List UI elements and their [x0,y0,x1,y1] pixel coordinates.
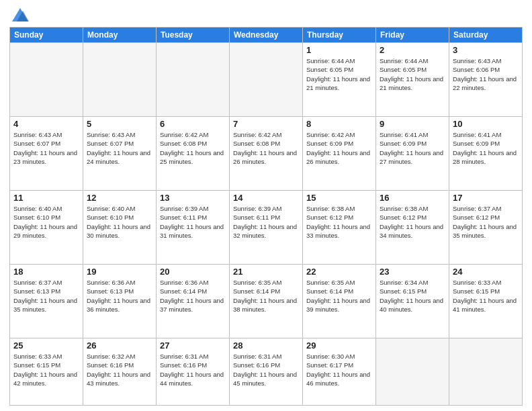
day-info: Sunrise: 6:39 AM Sunset: 6:11 PM Dayligh… [233,204,299,240]
day-number: 24 [453,267,519,277]
day-info: Sunrise: 6:31 AM Sunset: 6:16 PM Dayligh… [233,352,299,387]
day-number: 4 [13,119,79,129]
day-info: Sunrise: 6:32 AM Sunset: 6:16 PM Dayligh… [87,352,152,387]
table-row: 10Sunrise: 6:41 AM Sunset: 6:09 PM Dayli… [449,117,523,191]
table-row: 11Sunrise: 6:40 AM Sunset: 6:10 PM Dayli… [10,191,83,265]
day-info: Sunrise: 6:30 AM Sunset: 6:17 PM Dayligh… [306,352,372,387]
day-info: Sunrise: 6:43 AM Sunset: 6:07 PM Dayligh… [87,130,152,166]
table-row: 20Sunrise: 6:36 AM Sunset: 6:14 PM Dayli… [157,265,230,338]
table-row: 8Sunrise: 6:42 AM Sunset: 6:09 PM Daylig… [303,117,376,191]
day-info: Sunrise: 6:41 AM Sunset: 6:09 PM Dayligh… [453,130,519,166]
table-row: 26Sunrise: 6:32 AM Sunset: 6:16 PM Dayli… [83,338,157,406]
day-info: Sunrise: 6:36 AM Sunset: 6:13 PM Dayligh… [87,278,152,314]
day-info: Sunrise: 6:31 AM Sunset: 6:16 PM Dayligh… [160,352,226,387]
day-number: 7 [233,119,299,129]
col-tuesday: Tuesday [157,28,230,43]
day-number: 3 [453,45,519,55]
table-row: 19Sunrise: 6:36 AM Sunset: 6:13 PM Dayli… [83,265,157,338]
day-number: 28 [233,340,299,351]
table-row [230,43,303,117]
table-row: 2Sunrise: 6:44 AM Sunset: 6:05 PM Daylig… [376,43,449,117]
table-row: 6Sunrise: 6:42 AM Sunset: 6:08 PM Daylig… [157,117,230,191]
table-row: 4Sunrise: 6:43 AM Sunset: 6:07 PM Daylig… [10,117,83,191]
day-number: 27 [160,340,226,351]
day-number: 21 [233,267,299,277]
day-number: 18 [13,267,79,277]
day-number: 12 [87,193,152,203]
calendar-header-row: Sunday Monday Tuesday Wednesday Thursday… [10,28,523,43]
table-row: 27Sunrise: 6:31 AM Sunset: 6:16 PM Dayli… [157,338,230,406]
table-row: 15Sunrise: 6:38 AM Sunset: 6:12 PM Dayli… [303,191,376,265]
table-row: 7Sunrise: 6:42 AM Sunset: 6:08 PM Daylig… [230,117,303,191]
day-info: Sunrise: 6:44 AM Sunset: 6:05 PM Dayligh… [380,56,445,92]
day-info: Sunrise: 6:41 AM Sunset: 6:09 PM Dayligh… [380,130,445,166]
day-info: Sunrise: 6:33 AM Sunset: 6:15 PM Dayligh… [13,352,79,387]
day-number: 8 [306,119,372,129]
table-row: 28Sunrise: 6:31 AM Sunset: 6:16 PM Dayli… [230,338,303,406]
table-row [376,338,449,406]
day-info: Sunrise: 6:42 AM Sunset: 6:09 PM Dayligh… [306,130,372,166]
day-number: 9 [380,119,445,129]
day-info: Sunrise: 6:34 AM Sunset: 6:15 PM Dayligh… [380,278,445,314]
day-info: Sunrise: 6:43 AM Sunset: 6:06 PM Dayligh… [453,56,519,92]
day-number: 29 [306,340,372,351]
col-sunday: Sunday [10,28,83,43]
col-wednesday: Wednesday [230,28,303,43]
table-row: 18Sunrise: 6:37 AM Sunset: 6:13 PM Dayli… [10,265,83,338]
table-row: 24Sunrise: 6:33 AM Sunset: 6:15 PM Dayli… [449,265,523,338]
table-row: 21Sunrise: 6:35 AM Sunset: 6:14 PM Dayli… [230,265,303,338]
day-number: 6 [160,119,226,129]
col-friday: Friday [376,28,449,43]
calendar-table: Sunday Monday Tuesday Wednesday Thursday… [9,27,523,406]
day-info: Sunrise: 6:39 AM Sunset: 6:11 PM Dayligh… [160,204,226,240]
table-row: 25Sunrise: 6:33 AM Sunset: 6:15 PM Dayli… [10,338,83,406]
day-info: Sunrise: 6:35 AM Sunset: 6:14 PM Dayligh… [233,278,299,314]
table-row: 1Sunrise: 6:44 AM Sunset: 6:05 PM Daylig… [303,43,376,117]
day-info: Sunrise: 6:33 AM Sunset: 6:15 PM Dayligh… [453,278,519,314]
day-number: 16 [380,193,445,203]
day-number: 19 [87,267,152,277]
day-info: Sunrise: 6:43 AM Sunset: 6:07 PM Dayligh… [13,130,79,166]
table-row: 9Sunrise: 6:41 AM Sunset: 6:09 PM Daylig… [376,117,449,191]
table-row: 17Sunrise: 6:37 AM Sunset: 6:12 PM Dayli… [449,191,523,265]
day-number: 15 [306,193,372,203]
col-saturday: Saturday [449,28,523,43]
day-info: Sunrise: 6:40 AM Sunset: 6:10 PM Dayligh… [13,204,79,240]
day-info: Sunrise: 6:40 AM Sunset: 6:10 PM Dayligh… [87,204,152,240]
table-row: 13Sunrise: 6:39 AM Sunset: 6:11 PM Dayli… [157,191,230,265]
col-thursday: Thursday [303,28,376,43]
table-row [10,43,83,117]
table-row: 16Sunrise: 6:38 AM Sunset: 6:12 PM Dayli… [376,191,449,265]
day-number: 5 [87,119,152,129]
table-row [157,43,230,117]
day-number: 17 [453,193,519,203]
logo-icon [11,7,30,26]
table-row: 3Sunrise: 6:43 AM Sunset: 6:06 PM Daylig… [449,43,523,117]
day-number: 2 [380,45,445,55]
day-number: 14 [233,193,299,203]
table-row: 29Sunrise: 6:30 AM Sunset: 6:17 PM Dayli… [303,338,376,406]
day-number: 10 [453,119,519,129]
day-info: Sunrise: 6:35 AM Sunset: 6:14 PM Dayligh… [306,278,372,314]
day-info: Sunrise: 6:44 AM Sunset: 6:05 PM Dayligh… [306,56,372,92]
day-number: 1 [306,45,372,55]
day-number: 25 [13,340,79,351]
table-row: 12Sunrise: 6:40 AM Sunset: 6:10 PM Dayli… [83,191,157,265]
logo [9,7,30,23]
table-row: 23Sunrise: 6:34 AM Sunset: 6:15 PM Dayli… [376,265,449,338]
table-row [83,43,157,117]
day-info: Sunrise: 6:42 AM Sunset: 6:08 PM Dayligh… [233,130,299,166]
day-number: 23 [380,267,445,277]
day-number: 26 [87,340,152,351]
day-info: Sunrise: 6:37 AM Sunset: 6:13 PM Dayligh… [13,278,79,314]
table-row [449,338,523,406]
table-row: 5Sunrise: 6:43 AM Sunset: 6:07 PM Daylig… [83,117,157,191]
day-number: 22 [306,267,372,277]
day-number: 11 [13,193,79,203]
day-info: Sunrise: 6:37 AM Sunset: 6:12 PM Dayligh… [453,204,519,240]
table-row: 14Sunrise: 6:39 AM Sunset: 6:11 PM Dayli… [230,191,303,265]
day-info: Sunrise: 6:42 AM Sunset: 6:08 PM Dayligh… [160,130,226,166]
day-info: Sunrise: 6:36 AM Sunset: 6:14 PM Dayligh… [160,278,226,314]
day-info: Sunrise: 6:38 AM Sunset: 6:12 PM Dayligh… [306,204,372,240]
day-info: Sunrise: 6:38 AM Sunset: 6:12 PM Dayligh… [380,204,445,240]
